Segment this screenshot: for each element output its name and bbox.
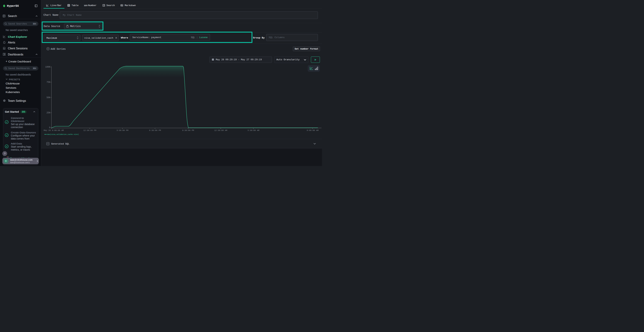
svg-text:0: 0 — [49, 126, 50, 129]
svg-text:9:30:00 PM: 9:30:00 PM — [182, 129, 194, 132]
svg-text:12:30:00 PM: 12:30:00 PM — [83, 129, 96, 132]
svg-text:100K: 100K — [45, 66, 51, 68]
svg-text:3:30:00 AM: 3:30:00 AM — [248, 129, 260, 132]
svg-text:May 26 9:00:00 AM: May 26 9:00:00 AM — [44, 129, 64, 132]
svg-text:3:30:00 PM: 3:30:00 PM — [116, 129, 128, 132]
svg-text:25K: 25K — [46, 112, 50, 114]
svg-text:75K: 75K — [46, 81, 50, 84]
svg-text:9:00:00 AM: 9:00:00 AM — [306, 129, 318, 132]
svg-text:6:30:00 PM: 6:30:00 PM — [149, 129, 161, 132]
svg-text:50K: 50K — [46, 96, 50, 99]
svg-text:12:30:00 AM: 12:30:00 AM — [214, 129, 227, 132]
